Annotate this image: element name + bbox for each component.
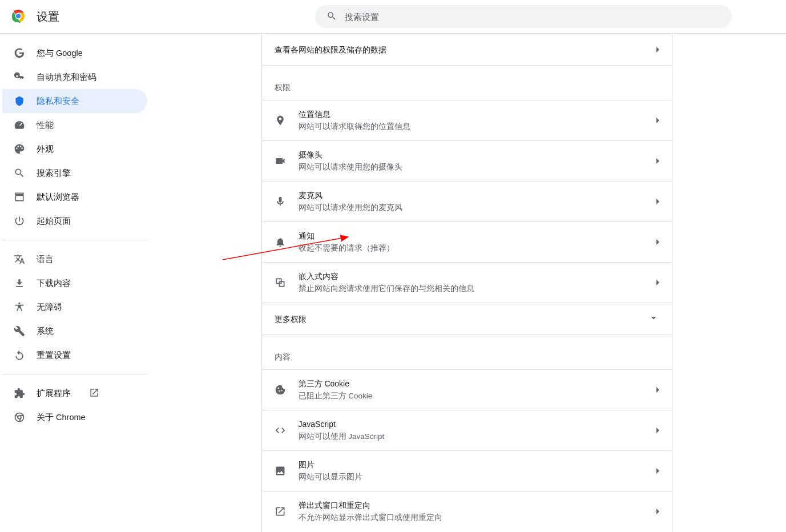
row-title: 查看各网站的权限及储存的数据 bbox=[275, 44, 656, 55]
row-title: 摄像头 bbox=[299, 149, 656, 160]
sidebar-item-label: 默认浏览器 bbox=[37, 192, 79, 203]
search-icon bbox=[14, 167, 25, 179]
chrome-outline-icon bbox=[14, 412, 25, 423]
sidebar-item-default-browser[interactable]: 默认浏览器 bbox=[2, 185, 147, 209]
row-title: 更多权限 bbox=[275, 313, 648, 325]
row-location[interactable]: 位置信息网站可以请求取得您的位置信息 bbox=[262, 100, 672, 141]
sidebar-item-label: 起始页面 bbox=[37, 216, 71, 227]
search-input[interactable] bbox=[345, 12, 720, 22]
sidebar-item-label: 关于 Chrome bbox=[37, 412, 86, 423]
sidebar-item-downloads[interactable]: 下载内容 bbox=[2, 271, 147, 295]
code-icon bbox=[275, 425, 286, 436]
row-title: 通知 bbox=[299, 230, 656, 241]
sidebar-item-label: 无障碍 bbox=[37, 302, 62, 313]
section-content-title: 内容 bbox=[262, 335, 672, 369]
content: 查看各网站的权限及储存的数据 权限 位置信息网站可以请求取得您的位置信息 摄像头… bbox=[147, 34, 786, 532]
row-javascript[interactable]: JavaScript网站可以使用 JavaScript bbox=[262, 410, 672, 451]
sidebar-item-label: 扩展程序 bbox=[37, 388, 71, 399]
row-notifications[interactable]: 通知收起不需要的请求（推荐） bbox=[262, 222, 672, 263]
row-camera[interactable]: 摄像头网站可以请求使用您的摄像头 bbox=[262, 141, 672, 182]
open-in-new-icon bbox=[89, 388, 99, 400]
sidebar-item-on-startup[interactable]: 起始页面 bbox=[2, 209, 147, 233]
search-container[interactable] bbox=[315, 5, 732, 28]
sidebar-item-label: 外观 bbox=[37, 144, 54, 155]
row-sub: 收起不需要的请求（推荐） bbox=[299, 243, 656, 254]
sidebar-item-label: 您与 Google bbox=[37, 48, 83, 59]
microphone-icon bbox=[275, 196, 286, 207]
row-popups[interactable]: 弹出式窗口和重定向不允许网站显示弹出式窗口或使用重定向 bbox=[262, 491, 672, 531]
svg-point-2 bbox=[16, 13, 21, 18]
row-title: 弹出式窗口和重定向 bbox=[299, 499, 656, 511]
row-sub: 禁止网站向您请求使用它们保存的与您相关的信息 bbox=[299, 283, 656, 295]
sidebar-item-search-engine[interactable]: 搜索引擎 bbox=[2, 161, 147, 185]
row-more-permissions[interactable]: 更多权限 bbox=[262, 303, 672, 335]
camera-icon bbox=[275, 155, 286, 167]
sidebar-item-you-and-google[interactable]: 您与 Google bbox=[2, 41, 147, 65]
chevron-right-icon bbox=[656, 239, 659, 245]
sidebar-item-label: 系统 bbox=[37, 326, 54, 337]
row-microphone[interactable]: 麦克风网站可以请求使用您的麦克风 bbox=[262, 182, 672, 222]
row-sub: 网站可以使用 JavaScript bbox=[299, 431, 656, 442]
sidebar-item-label: 语言 bbox=[37, 254, 54, 265]
download-icon bbox=[14, 277, 25, 289]
row-sub: 网站可以显示图片 bbox=[299, 471, 656, 483]
sidebar-item-privacy[interactable]: 隐私和安全 bbox=[2, 89, 147, 113]
sidebar-item-language[interactable]: 语言 bbox=[2, 247, 147, 271]
row-title: JavaScript bbox=[299, 418, 656, 430]
chevron-right-icon bbox=[656, 158, 659, 164]
chevron-right-icon bbox=[656, 199, 659, 204]
power-icon bbox=[14, 215, 25, 227]
row-title: 麦克风 bbox=[299, 190, 656, 201]
sidebar-divider bbox=[2, 240, 147, 240]
row-title: 嵌入式内容 bbox=[299, 271, 656, 282]
embedded-icon bbox=[275, 277, 286, 288]
wrench-icon bbox=[14, 325, 25, 337]
row-sub: 已阻止第三方 Cookie bbox=[299, 390, 656, 402]
browser-icon bbox=[14, 191, 25, 203]
sidebar-item-extensions[interactable]: 扩展程序 bbox=[2, 381, 147, 405]
bell-icon bbox=[275, 236, 286, 248]
row-title: 第三方 Cookie bbox=[299, 378, 656, 389]
sidebar-item-accessibility[interactable]: 无障碍 bbox=[2, 295, 147, 319]
row-embedded[interactable]: 嵌入式内容禁止网站向您请求使用它们保存的与您相关的信息 bbox=[262, 263, 672, 303]
google-icon bbox=[14, 47, 25, 59]
reset-icon bbox=[14, 349, 25, 361]
sidebar-item-appearance[interactable]: 外观 bbox=[2, 137, 147, 161]
search-icon bbox=[327, 11, 337, 23]
chevron-right-icon bbox=[656, 428, 659, 433]
sidebar-item-label: 自动填充和密码 bbox=[37, 72, 96, 83]
row-sub: 网站可以请求取得您的位置信息 bbox=[299, 121, 656, 132]
row-cookies[interactable]: 第三方 Cookie已阻止第三方 Cookie bbox=[262, 369, 672, 410]
sidebar-item-performance[interactable]: 性能 bbox=[2, 113, 147, 137]
sidebar-item-autofill[interactable]: 自动填充和密码 bbox=[2, 65, 147, 89]
header: 设置 bbox=[0, 0, 786, 34]
translate-icon bbox=[14, 253, 25, 265]
chevron-right-icon bbox=[656, 387, 659, 393]
palette-icon bbox=[14, 143, 25, 155]
row-images[interactable]: 图片网站可以显示图片 bbox=[262, 451, 672, 491]
row-sub: 不允许网站显示弹出式窗口或使用重定向 bbox=[299, 512, 656, 523]
chevron-right-icon bbox=[656, 118, 659, 123]
row-site-data[interactable]: 查看各网站的权限及储存的数据 bbox=[262, 34, 672, 66]
extension-icon bbox=[14, 388, 25, 399]
chrome-logo-icon bbox=[11, 9, 25, 25]
image-icon bbox=[275, 465, 286, 477]
popup-icon bbox=[275, 506, 286, 517]
key-icon bbox=[14, 71, 25, 83]
sidebar-item-system[interactable]: 系统 bbox=[2, 319, 147, 343]
location-icon bbox=[275, 115, 286, 126]
chevron-right-icon bbox=[656, 509, 659, 514]
speed-icon bbox=[14, 119, 25, 131]
sidebar-item-reset[interactable]: 重置设置 bbox=[2, 343, 147, 367]
row-title: 位置信息 bbox=[299, 108, 656, 120]
sidebar-item-label: 重置设置 bbox=[37, 350, 71, 361]
sidebar-item-about[interactable]: 关于 Chrome bbox=[2, 405, 147, 429]
sidebar-divider bbox=[2, 374, 147, 374]
row-sub: 网站可以请求使用您的摄像头 bbox=[299, 162, 656, 173]
row-title: 图片 bbox=[299, 459, 656, 470]
row-sub: 网站可以请求使用您的麦克风 bbox=[299, 202, 656, 213]
shield-icon bbox=[14, 95, 25, 107]
chevron-right-icon bbox=[656, 47, 659, 53]
section-permissions-title: 权限 bbox=[262, 66, 672, 100]
chevron-down-icon bbox=[648, 312, 659, 325]
